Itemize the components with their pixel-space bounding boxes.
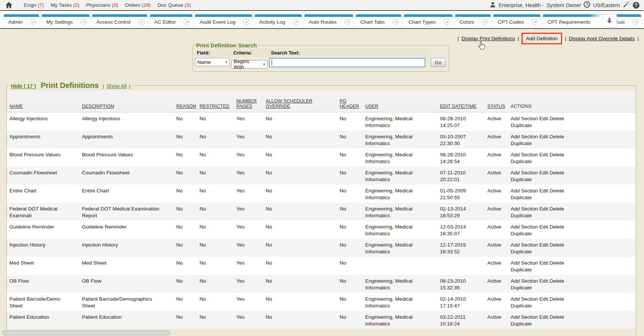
separator: | bbox=[637, 36, 639, 41]
column-sort-link[interactable]: REASON bbox=[176, 104, 196, 109]
external-link-icon[interactable]: ↗ bbox=[529, 19, 540, 25]
row-action-links[interactable]: Add Section Edit Delete Duplicate bbox=[511, 133, 577, 147]
row-action-links[interactable]: Add Section Edit Delete Duplicate bbox=[511, 278, 577, 291]
cell-description: Appointments bbox=[79, 130, 174, 148]
search-text-input[interactable] bbox=[269, 58, 425, 67]
tab[interactable]: Chart Tabs ↗ bbox=[356, 14, 401, 28]
user-name: Enterprise, Health - bbox=[499, 2, 544, 8]
hide-link[interactable]: Hide ( 17 ) bbox=[11, 83, 36, 89]
column-sort-link[interactable]: PG HEADER bbox=[340, 98, 359, 109]
top-nav-item[interactable]: Physicians (3) bbox=[86, 2, 118, 8]
external-link-icon[interactable]: ↗ bbox=[27, 19, 39, 25]
cell-restricted: No bbox=[197, 221, 234, 239]
page-action-links: | Display Print Definitions | Add Defini… bbox=[458, 32, 639, 45]
row-action-links[interactable]: Add Section Edit Delete Duplicate bbox=[511, 115, 577, 129]
search-text-label: Search Text: bbox=[269, 49, 427, 57]
home-icon[interactable] bbox=[5, 2, 12, 8]
cell-description: Coumadin Flowsheet bbox=[79, 166, 174, 185]
column-sort-link[interactable]: DESCRIPTION bbox=[82, 104, 114, 109]
row-action-links[interactable]: Add Section Edit Delete Duplicate bbox=[511, 260, 577, 273]
tab-accent-bar bbox=[255, 14, 302, 17]
tab[interactable]: My Settings ↗ bbox=[42, 14, 89, 28]
tab[interactable]: Audit Event Log ↗ bbox=[195, 14, 252, 28]
external-link-icon[interactable]: ↗ bbox=[342, 19, 353, 25]
tab[interactable]: Activity Log ↗ bbox=[255, 14, 302, 28]
top-nav-item[interactable]: Doc Queue (3) bbox=[157, 2, 191, 8]
cell-status: Active bbox=[485, 221, 508, 239]
top-nav-item[interactable]: Esign (7) bbox=[24, 2, 44, 8]
cell-name: Patient Barcode/Demo Sheet bbox=[7, 293, 79, 311]
top-nav-item[interactable]: My Tasks (2) bbox=[51, 2, 79, 8]
external-link-icon[interactable]: ↗ bbox=[290, 19, 302, 25]
help-icon[interactable]: ? bbox=[633, 2, 639, 9]
tab-accent-bar bbox=[455, 14, 491, 17]
add-definition-link[interactable]: Add Definition bbox=[526, 36, 558, 41]
display-print-definitions-link[interactable]: Display Print Definitions bbox=[461, 36, 515, 41]
external-link-icon[interactable]: ↗ bbox=[390, 19, 401, 25]
nav-count-badge: (3) bbox=[112, 2, 118, 8]
tab[interactable]: Chart Types ↗ bbox=[404, 14, 452, 28]
external-link-icon[interactable]: ↗ bbox=[479, 19, 491, 25]
column-sort-link[interactable]: RESTRICTED bbox=[200, 104, 230, 109]
external-link-icon[interactable]: ↗ bbox=[629, 19, 641, 25]
row-action-links[interactable]: Add Section Edit Delete Duplicate bbox=[511, 224, 577, 237]
row-action-links[interactable]: Add Section Edit Delete Duplicate bbox=[511, 170, 577, 183]
cell-edit-datetime: 07-11-2010 20:22:01 bbox=[437, 166, 485, 185]
table-row: Patient Barcode/Demo Sheet Patient Barco… bbox=[7, 293, 636, 311]
tab[interactable]: Access Control ↗ bbox=[92, 14, 147, 28]
column-sort-link[interactable]: STATUS bbox=[487, 104, 505, 109]
tab[interactable]: Colors ↗ bbox=[455, 14, 491, 28]
table-row: Guideline Reminder Guideline Reminder No… bbox=[7, 221, 636, 239]
horizontal-scrollbar-thumb[interactable] bbox=[2, 330, 170, 335]
cell-pg-header: No bbox=[337, 130, 363, 148]
criteria-select[interactable]: Begins With ▼ bbox=[231, 60, 268, 68]
cell-number-pages: Yes bbox=[234, 203, 263, 221]
tab[interactable]: Auto Routes ↗ bbox=[304, 14, 353, 28]
field-select[interactable]: Name ▼ bbox=[195, 58, 230, 66]
cell-edit-datetime: 12-17-2015 16:33:52 bbox=[437, 239, 485, 257]
display-appt-override-details-link[interactable]: Display Appt Override Details bbox=[569, 36, 635, 41]
row-action-links[interactable]: Add Section Edit Delete Duplicate bbox=[511, 242, 577, 255]
column-sort-link[interactable]: EDIT DATE/TIME bbox=[440, 104, 476, 109]
cell-edit-datetime: 03-10-2007 22:30:30 bbox=[437, 130, 485, 148]
column-sort-link[interactable]: USER bbox=[365, 104, 378, 109]
cell-name: Federal DOT Medical Examinati bbox=[7, 203, 79, 221]
column-sort-link[interactable]: NUMBER PAGES bbox=[236, 98, 257, 109]
cell-reason: No bbox=[174, 257, 197, 275]
column-sort-link[interactable]: ALLOW SCHEDULER OVERRIDE bbox=[266, 98, 312, 109]
cell-allow-scheduler-override: No bbox=[263, 275, 337, 293]
row-action-links[interactable]: Add Section Edit Delete Duplicate bbox=[511, 151, 577, 165]
external-link-icon[interactable]: ↗ bbox=[240, 19, 252, 25]
column-header: PG HEADER bbox=[337, 91, 363, 112]
cell-name: Blood Pressure Values bbox=[7, 148, 79, 166]
row-action-links[interactable]: Add Section Edit Delete Duplicate bbox=[511, 188, 577, 201]
column-sort-link[interactable]: NAME bbox=[9, 104, 23, 109]
wand-icon[interactable] bbox=[623, 1, 630, 9]
external-link-icon[interactable]: ↗ bbox=[181, 19, 192, 25]
top-nav-item[interactable]: Orders (29) bbox=[125, 2, 151, 8]
external-link-icon[interactable]: ↗ bbox=[441, 19, 452, 25]
table-row: Coumadin Flowsheet Coumadin Flowsheet No… bbox=[7, 166, 636, 185]
timezone-label[interactable]: US/Eastern bbox=[593, 2, 620, 8]
external-link-icon[interactable]: ↗ bbox=[136, 19, 147, 25]
cell-pg-header: No bbox=[337, 185, 363, 203]
row-action-links[interactable]: Add Section Edit Delete Duplicate bbox=[511, 206, 577, 219]
tab-overflow-button[interactable] bbox=[602, 14, 617, 27]
go-button[interactable]: Go bbox=[431, 58, 446, 67]
external-link-icon[interactable]: ↗ bbox=[78, 19, 89, 25]
row-action-links[interactable]: Add Section Edit Delete Duplicate bbox=[511, 314, 577, 327]
row-action-links[interactable]: Add Section Edit Delete Duplicate bbox=[511, 296, 577, 309]
cell-reason: No bbox=[174, 203, 197, 221]
table-row: OB Flow OB Flow No No Yes No No Engineer… bbox=[7, 275, 636, 293]
cell-actions: Add Section Edit Delete Duplicate bbox=[508, 185, 636, 203]
cell-allow-scheduler-override: No bbox=[263, 221, 337, 239]
show-all-link[interactable]: Show All bbox=[106, 83, 127, 89]
tab[interactable]: Admin ↗ bbox=[4, 14, 39, 28]
criteria-label: Criteria: bbox=[231, 49, 269, 57]
tab-accent-bar bbox=[42, 14, 89, 17]
tab[interactable]: CPT Codes ↗ bbox=[493, 14, 541, 28]
select-arrow-icon: ▼ bbox=[225, 61, 228, 64]
separator: | bbox=[103, 83, 104, 89]
tab-accent-bar bbox=[92, 14, 147, 17]
tab[interactable]: AC Editor ↗ bbox=[150, 14, 193, 28]
